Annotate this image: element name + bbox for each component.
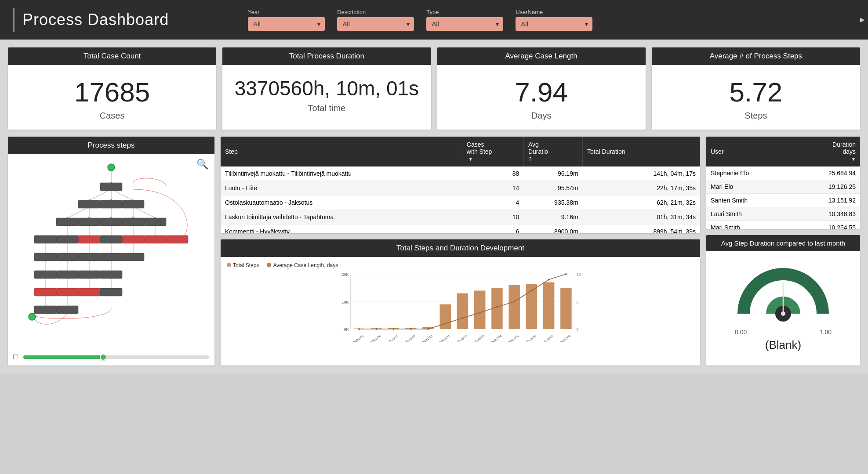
process-footer: □ [8, 349, 214, 365]
kpi-card-2: Average Case Length7.94Days [437, 47, 646, 130]
user-col-header[interactable]: User [706, 137, 790, 166]
step-cell-2-0: Ostolaskuautomaatio - Jaksotus [221, 195, 462, 210]
svg-rect-10 [100, 183, 122, 191]
list-item: Mari Elo19,126.25 [706, 180, 860, 194]
kpi-title-0: Total Case Count [8, 47, 216, 65]
svg-point-113 [781, 311, 785, 316]
svg-rect-34 [100, 271, 122, 279]
svg-text:2022/02: 2022/02 [456, 334, 468, 343]
filter-wrapper-desc-filter: All▾ [337, 17, 414, 31]
svg-point-61 [29, 313, 36, 320]
svg-point-93 [496, 306, 498, 308]
list-item: Santeri Smith13,151.92 [706, 194, 860, 207]
svg-rect-37 [78, 288, 100, 296]
chart-body: Total StepsAverage Case Length, days 20K… [221, 257, 700, 356]
svg-line-9 [133, 207, 155, 218]
svg-rect-12 [100, 200, 122, 208]
svg-rect-24 [56, 235, 78, 243]
step-cell-2-2: 935.38m [523, 195, 582, 210]
svg-text:2022/01: 2022/01 [439, 334, 450, 343]
middle-column: Step Caseswith Step▼ AvgDuration Total D… [221, 137, 700, 365]
step-cell-0-2: 96.19m [523, 166, 582, 181]
kpi-unit-3: Steps [659, 111, 853, 121]
svg-line-4 [111, 189, 133, 200]
slider-fill [23, 355, 107, 359]
svg-text:10K: 10K [341, 300, 349, 304]
filter-group-desc-filter: DescriptionAll▾ [337, 9, 414, 31]
svg-rect-30 [122, 253, 144, 261]
chart-title: Total Steps and Duration Development [221, 239, 700, 257]
step-col-header[interactable]: Step [221, 137, 462, 166]
user-duration-0: 25,684.94 [790, 166, 860, 180]
kpi-body-3: 5.72Steps [652, 65, 860, 130]
page-title: Process Dashboard [22, 11, 169, 29]
header-divider [13, 8, 15, 32]
desc-filter[interactable]: All [337, 17, 414, 31]
kpi-body-2: 7.94Days [437, 65, 646, 130]
svg-point-92 [479, 312, 481, 314]
total-duration-col-header[interactable]: Total Duration [583, 137, 700, 166]
user-name-1: Mari Elo [706, 180, 790, 194]
kpi-title-1: Total Process Duration [222, 47, 431, 65]
svg-point-96 [548, 279, 550, 281]
svg-rect-27 [56, 253, 78, 261]
process-steps-body: 🔍 [8, 154, 214, 365]
svg-text:0: 0 [577, 327, 579, 332]
slider-thumb[interactable] [100, 354, 107, 361]
svg-rect-40 [56, 306, 78, 314]
gauge-svg-container [735, 265, 832, 327]
kpi-row: Total Case Count17685CasesTotal Process … [8, 47, 860, 130]
svg-rect-39 [34, 306, 56, 314]
svg-text:2022/04: 2022/04 [490, 334, 502, 343]
svg-rect-17 [122, 218, 144, 226]
svg-rect-35 [34, 288, 56, 296]
type-filter[interactable]: All [426, 17, 503, 31]
step-cell-0-3: 141h, 04m, 17s [583, 166, 700, 181]
filter-wrapper-user-filter: All▾ [516, 17, 592, 31]
year-filter[interactable]: All [248, 17, 325, 31]
svg-point-87 [393, 328, 395, 330]
gauge-title: Avg Step Duration compared to last month [706, 235, 860, 251]
svg-rect-84 [560, 288, 572, 329]
kpi-body-1: 3370560h, 10m, 01sTotal time [222, 65, 431, 122]
step-table-card: Step Caseswith Step▼ AvgDuration Total D… [221, 137, 700, 233]
user-filter[interactable]: All [516, 17, 592, 31]
step-cell-2-3: 62h, 21m, 32s [583, 195, 700, 210]
svg-point-90 [444, 323, 446, 325]
step-cell-0-1: 88 [462, 166, 523, 181]
right-column: User Durationdays▼ Stephanie Elo25,684.9… [706, 137, 860, 365]
kpi-title-2: Average Case Length [437, 47, 646, 65]
cases-col-header[interactable]: Caseswith Step▼ [462, 137, 523, 166]
svg-text:2021/08: 2021/08 [404, 334, 416, 343]
process-graph-area[interactable] [8, 154, 214, 347]
kpi-card-1: Total Process Duration3370560h, 10m, 01s… [222, 47, 431, 130]
gauge-blank-label: (Blank) [765, 338, 801, 352]
zoom-slider-track[interactable] [23, 355, 209, 359]
user-table-card: User Durationdays▼ Stephanie Elo25,684.9… [706, 137, 860, 229]
filter-group-user-filter: UserNameAll▾ [516, 9, 592, 31]
right-arrow-icon[interactable]: ► [858, 15, 866, 25]
svg-rect-18 [144, 218, 166, 226]
svg-rect-15 [78, 218, 100, 226]
step-cell-1-3: 22h, 17m, 35s [583, 181, 700, 195]
kpi-card-0: Total Case Count17685Cases [8, 47, 216, 130]
svg-rect-36 [56, 288, 78, 296]
svg-rect-79 [474, 291, 486, 329]
table-row: Ostolaskuautomaatio - Jaksotus4935.38m62… [221, 195, 700, 210]
step-table-scroll[interactable]: Step Caseswith Step▼ AvgDuration Total D… [221, 137, 700, 233]
bar-chart-svg: 20K10K0K10502021/052021/062021/072021/08… [227, 272, 694, 342]
table-row: Tiliöintirivejä muokattu - Tiliöintirive… [221, 166, 700, 181]
header: Process Dashboard YearAll▾DescriptionAll… [0, 0, 868, 40]
chart-card: Total Steps and Duration Development Tot… [221, 239, 700, 365]
table-row: Luotu - Liite1495.54m22h, 17m, 35s [221, 181, 700, 195]
avg-col-header[interactable]: AvgDuration [523, 137, 582, 166]
table-row: Kommentti - Hyväksytty68900.0m899h, 54m,… [221, 224, 700, 234]
duration-col-header[interactable]: Durationdays▼ [790, 137, 860, 166]
process-steps-title: Process steps [8, 137, 214, 154]
expand-icon[interactable]: □ [13, 352, 18, 362]
kpi-value-0: 17685 [15, 77, 209, 107]
svg-point-85 [358, 328, 360, 330]
svg-rect-19 [78, 235, 100, 243]
kpi-unit-1: Total time [229, 103, 424, 113]
user-table-scroll[interactable]: User Durationdays▼ Stephanie Elo25,684.9… [706, 137, 860, 229]
